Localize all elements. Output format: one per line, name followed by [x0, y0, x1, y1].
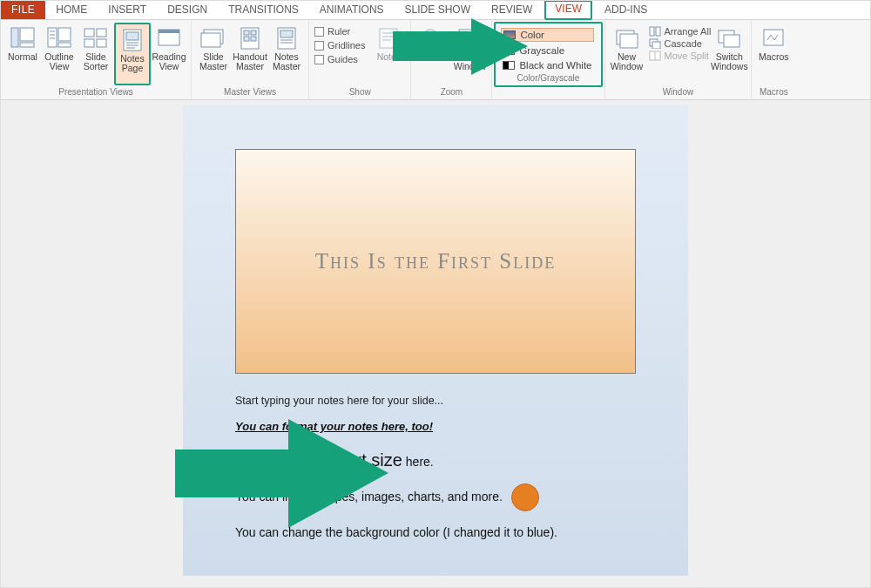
- svg-rect-10: [97, 29, 106, 37]
- slide-thumbnail[interactable]: This Is the First Slide: [235, 149, 636, 374]
- btn-notes-master-label: Notes Master: [273, 52, 300, 71]
- group-show-label: Show: [313, 85, 407, 99]
- orange-circle-shape: [511, 483, 539, 511]
- tab-insert[interactable]: INSERT: [98, 1, 157, 19]
- btn-slide-sorter[interactable]: Slide Sorter: [78, 23, 114, 85]
- btn-switch-windows[interactable]: Switch Windows: [711, 23, 747, 85]
- btn-cascade[interactable]: Cascade: [649, 38, 712, 49]
- btn-handout-master[interactable]: Handout Master: [232, 23, 268, 85]
- workspace: This Is the First Slide Start typing you…: [1, 100, 870, 587]
- svg-rect-40: [650, 27, 654, 36]
- chk-guides-label: Guides: [327, 54, 358, 64]
- svg-marker-50: [175, 419, 388, 528]
- svg-rect-23: [244, 30, 249, 35]
- notes-line-1: Start typing your notes here for your sl…: [235, 393, 636, 409]
- svg-rect-3: [48, 28, 57, 47]
- slide-sorter-icon: [83, 26, 109, 51]
- tab-addins[interactable]: ADD-INS: [594, 1, 658, 19]
- svg-rect-21: [201, 33, 220, 47]
- btn-arrange-all[interactable]: Arrange All: [649, 26, 712, 37]
- chk-gridlines-label: Gridlines: [327, 40, 365, 51]
- tab-animations[interactable]: ANIMATIONS: [309, 1, 395, 19]
- slide-master-icon: [200, 26, 226, 51]
- svg-rect-24: [251, 30, 256, 35]
- slide-title: This Is the First Slide: [315, 249, 556, 274]
- svg-rect-19: [159, 30, 179, 33]
- group-zoom-label: Zoom: [415, 85, 488, 99]
- svg-rect-1: [20, 28, 34, 41]
- svg-rect-26: [251, 37, 256, 41]
- btn-handout-master-label: Handout Master: [233, 52, 267, 71]
- group-window-label: Window: [609, 85, 748, 99]
- arrange-all-icon: [649, 26, 661, 37]
- btn-outline-view[interactable]: Outline View: [41, 23, 78, 85]
- group-macros: Macros Macros: [752, 20, 795, 99]
- btn-arrange-all-label: Arrange All: [665, 26, 712, 37]
- group-master-views-label: Master Views: [195, 85, 305, 99]
- btn-slide-master-label: Slide Master: [199, 52, 227, 71]
- chk-ruler[interactable]: Ruler: [314, 26, 365, 37]
- svg-rect-47: [724, 35, 739, 47]
- move-split-icon: [649, 51, 661, 61]
- btn-notes-page[interactable]: Notes Page: [114, 23, 151, 85]
- group-presentation-views: Normal Outline View Slide Sorter Notes P…: [1, 20, 192, 99]
- group-macros-label: Macros: [755, 85, 792, 99]
- svg-rect-48: [764, 30, 783, 45]
- group-window: New Window Arrange All Cascade Move Spli…: [605, 20, 753, 99]
- group-presentation-views-label: Presentation Views: [4, 85, 187, 99]
- svg-marker-49: [393, 18, 528, 75]
- btn-macros[interactable]: Macros: [755, 23, 792, 85]
- svg-rect-41: [656, 27, 660, 36]
- svg-rect-0: [11, 28, 18, 47]
- svg-rect-43: [652, 42, 660, 49]
- svg-rect-4: [58, 28, 71, 41]
- group-master-views: Slide Master Handout Master Notes Master…: [192, 20, 309, 99]
- svg-rect-2: [20, 43, 34, 47]
- svg-rect-14: [126, 32, 138, 40]
- macros-icon: [760, 26, 787, 51]
- tab-file[interactable]: FILE: [1, 1, 45, 19]
- tab-view[interactable]: VIEW: [544, 0, 592, 20]
- tab-review[interactable]: REVIEW: [481, 1, 543, 19]
- btn-cascade-label: Cascade: [665, 38, 702, 49]
- btn-new-window-label: New Window: [611, 52, 643, 71]
- btn-macros-label: Macros: [759, 52, 788, 62]
- svg-rect-11: [84, 39, 94, 47]
- svg-rect-5: [58, 43, 71, 47]
- outline-view-icon: [46, 26, 72, 51]
- btn-reading-view-label: Reading View: [152, 52, 186, 71]
- svg-rect-28: [280, 30, 293, 37]
- svg-rect-39: [620, 34, 638, 48]
- btn-move-split: Move Split: [649, 51, 712, 61]
- reading-view-icon: [156, 26, 182, 51]
- tab-home[interactable]: HOME: [45, 1, 98, 19]
- btn-new-window[interactable]: New Window: [609, 23, 645, 85]
- cascade-icon: [649, 38, 661, 49]
- btn-normal[interactable]: Normal: [4, 23, 41, 85]
- annotation-arrow-bottom: [175, 419, 393, 532]
- tab-design[interactable]: DESIGN: [157, 1, 218, 19]
- btn-notes-master[interactable]: Notes Master: [268, 23, 305, 85]
- btn-slide-sorter-label: Slide Sorter: [84, 52, 109, 71]
- tab-transitions[interactable]: TRANSITIONS: [218, 1, 309, 19]
- chk-guides[interactable]: Guides: [314, 54, 365, 64]
- switch-windows-icon: [716, 26, 742, 51]
- chk-gridlines[interactable]: Gridlines: [314, 40, 365, 51]
- annotation-arrow-top: [393, 18, 532, 79]
- svg-rect-25: [244, 37, 249, 41]
- new-window-icon: [614, 26, 640, 51]
- btn-outline-view-label: Outline View: [44, 52, 73, 71]
- svg-rect-9: [84, 29, 94, 37]
- btn-slide-master[interactable]: Slide Master: [195, 23, 232, 85]
- chk-ruler-label: Ruler: [327, 26, 350, 37]
- tab-slideshow[interactable]: SLIDE SHOW: [395, 1, 481, 19]
- svg-rect-12: [97, 39, 106, 47]
- btn-normal-label: Normal: [8, 52, 37, 62]
- handout-master-icon: [237, 26, 263, 51]
- btn-move-split-label: Move Split: [665, 51, 709, 61]
- btn-reading-view[interactable]: Reading View: [151, 23, 187, 85]
- normal-view-icon: [10, 26, 36, 51]
- ribbon-tabstrip: FILE HOME INSERT DESIGN TRANSITIONS ANIM…: [1, 1, 870, 20]
- notes-page-icon: [119, 28, 145, 52]
- btn-notes-page-label: Notes Page: [120, 54, 144, 73]
